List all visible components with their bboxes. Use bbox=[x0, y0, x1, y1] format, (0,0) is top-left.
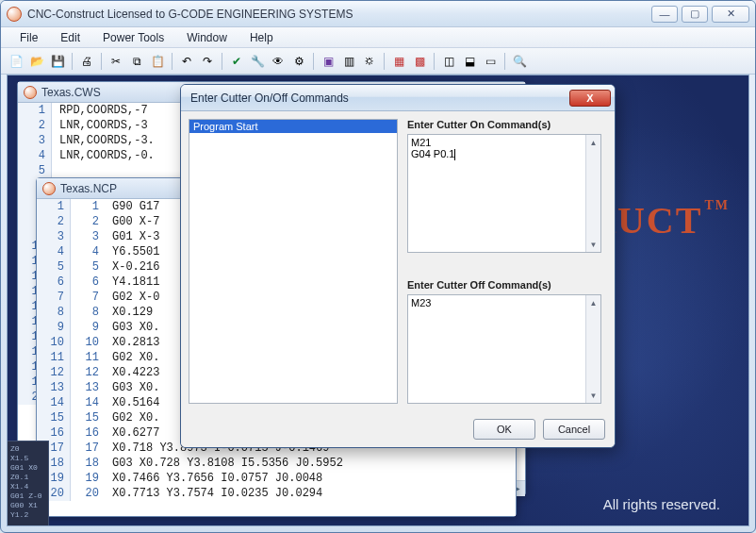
text-line: M21 bbox=[411, 137, 598, 148]
line-number-inner: 13 bbox=[71, 380, 105, 395]
gear-icon[interactable]: ⚙ bbox=[289, 52, 308, 71]
text-line: G04 P0.1 bbox=[411, 148, 598, 160]
line-number-inner: 2 bbox=[71, 214, 105, 229]
thumb-line: X1.4 bbox=[10, 482, 45, 491]
code-line[interactable]: 1818G03 X0.728 Y3.8108 I5.5356 J0.5952 bbox=[37, 456, 516, 471]
scroll-down-icon[interactable]: ▼ bbox=[586, 388, 600, 403]
code-text: X0.2813 bbox=[105, 335, 159, 350]
ok-button[interactable]: OK bbox=[473, 419, 535, 440]
code-text: X-0.216 bbox=[105, 259, 159, 275]
doc-icon bbox=[24, 86, 37, 99]
paste-icon[interactable]: 📋 bbox=[148, 52, 167, 71]
code-text: G03 X0.728 Y3.8108 I5.5356 J0.5952 bbox=[105, 456, 343, 471]
cutter-commands-dialog: Enter Cutter On/Off Commands X Program S… bbox=[180, 84, 616, 448]
box1-icon[interactable]: ▣ bbox=[319, 52, 337, 71]
line-number: 2 bbox=[37, 214, 71, 229]
check-icon[interactable]: ✔ bbox=[227, 52, 246, 71]
cutter-on-textarea[interactable]: M21 G04 P0.1 ▲ ▼ bbox=[407, 134, 601, 253]
line-number: 14 bbox=[37, 395, 71, 410]
menu-power-tools[interactable]: Power Tools bbox=[91, 29, 175, 46]
menu-help[interactable]: Help bbox=[238, 29, 285, 46]
line-number-inner: 18 bbox=[71, 456, 105, 471]
line-number-inner: 8 bbox=[71, 305, 105, 320]
code-text: LNR,COORDS,-3. bbox=[52, 133, 155, 148]
list-item-program-start[interactable]: Program Start bbox=[189, 120, 397, 133]
rights-text: All rights reserved. bbox=[603, 496, 720, 512]
line-number: 12 bbox=[37, 365, 71, 380]
tool2-icon[interactable]: ⛭ bbox=[360, 52, 379, 71]
scroll-up-icon[interactable]: ▲ bbox=[586, 135, 600, 150]
code-text: X0.7466 Y3.7656 I0.0757 J0.0048 bbox=[105, 471, 322, 486]
thumb-line: Z0.1 bbox=[10, 473, 45, 482]
line-number: 8 bbox=[37, 305, 71, 320]
titlebar: CNC-Construct Licensed to G-CODE ENGINEE… bbox=[1, 1, 755, 27]
vertical-scrollbar[interactable]: ▲ ▼ bbox=[585, 135, 600, 252]
code-text: X0.129 bbox=[105, 305, 153, 320]
vertical-scrollbar[interactable]: ▲ ▼ bbox=[585, 295, 600, 403]
cut-icon[interactable]: ✂ bbox=[107, 52, 125, 71]
layout2-icon[interactable]: ⬓ bbox=[460, 52, 479, 71]
layout1-icon[interactable]: ◫ bbox=[439, 52, 458, 71]
box2-icon[interactable]: ▥ bbox=[339, 52, 358, 71]
line-number-inner: 19 bbox=[71, 471, 105, 486]
document-title: Texas.NCP bbox=[60, 182, 117, 195]
copy-icon[interactable]: ⧉ bbox=[127, 52, 146, 71]
scroll-down-icon[interactable]: ▼ bbox=[586, 237, 600, 252]
redo-icon[interactable]: ↷ bbox=[198, 52, 217, 71]
line-number-inner: 16 bbox=[71, 425, 105, 441]
minimize-button[interactable]: — bbox=[651, 6, 678, 23]
code-text: G02 X-0 bbox=[105, 290, 159, 305]
scroll-up-icon[interactable]: ▲ bbox=[586, 295, 600, 310]
cutter-off-textarea[interactable]: M23 ▲ ▼ bbox=[407, 294, 601, 404]
maximize-button[interactable]: ▢ bbox=[682, 6, 708, 23]
code-text: X0.7713 Y3.7574 I0.0235 J0.0294 bbox=[105, 486, 322, 501]
document-title: Texas.CWS bbox=[41, 86, 101, 99]
open-icon[interactable]: 📂 bbox=[27, 52, 46, 71]
grid2-icon[interactable]: ▩ bbox=[410, 52, 429, 71]
code-text: X0.5164 bbox=[105, 395, 159, 410]
grid1-icon[interactable]: ▦ bbox=[389, 52, 408, 71]
undo-icon[interactable]: ↶ bbox=[177, 52, 196, 71]
thumb-line: G01 X0 bbox=[10, 463, 45, 473]
separator bbox=[504, 53, 505, 70]
tool-icon[interactable]: 🔧 bbox=[248, 52, 267, 71]
code-line[interactable]: 2020X0.7713 Y3.7574 I0.0235 J0.0294 bbox=[37, 486, 516, 501]
code-text: G03 X0. bbox=[105, 320, 159, 335]
menubar: File Edit Power Tools Window Help bbox=[1, 27, 755, 48]
print-icon[interactable]: 🖨 bbox=[77, 52, 96, 71]
separator bbox=[72, 53, 73, 70]
code-text: G00 X-7 bbox=[105, 214, 159, 229]
line-number: 15 bbox=[37, 410, 71, 425]
line-number-inner: 4 bbox=[71, 244, 105, 259]
cancel-button[interactable]: Cancel bbox=[543, 419, 605, 440]
layout3-icon[interactable]: ▭ bbox=[481, 52, 500, 71]
menu-file[interactable]: File bbox=[8, 29, 49, 46]
line-number-inner: 14 bbox=[71, 395, 105, 410]
dialog-title: Enter Cutter On/Off Commands bbox=[190, 92, 349, 105]
code-line[interactable]: 1919X0.7466 Y3.7656 I0.0757 J0.0048 bbox=[37, 471, 516, 486]
menu-window[interactable]: Window bbox=[175, 29, 238, 46]
new-icon[interactable]: 📄 bbox=[7, 52, 25, 71]
search-icon[interactable]: 🔍 bbox=[510, 52, 529, 71]
code-text: G01 X-3 bbox=[105, 229, 159, 244]
separator bbox=[172, 53, 173, 70]
eye-icon[interactable]: 👁 bbox=[269, 52, 288, 71]
trademark-label: TM bbox=[704, 198, 730, 212]
code-text: X0.4223 bbox=[105, 365, 159, 380]
code-text: Y4.1811 bbox=[105, 275, 159, 290]
line-number-inner: 11 bbox=[71, 350, 105, 365]
close-button[interactable]: ✕ bbox=[712, 6, 749, 23]
menu-edit[interactable]: Edit bbox=[49, 29, 91, 46]
line-number: 5 bbox=[18, 163, 52, 178]
line-number: 3 bbox=[37, 229, 71, 244]
main-window: CNC-Construct Licensed to G-CODE ENGINEE… bbox=[0, 0, 756, 533]
dialog-close-button[interactable]: X bbox=[569, 90, 611, 107]
line-number-inner: 1 bbox=[71, 199, 105, 214]
save-icon[interactable]: 💾 bbox=[48, 52, 67, 71]
line-number-inner: 9 bbox=[71, 320, 105, 335]
line-number: 2 bbox=[18, 118, 52, 133]
thumbnail-strip: Z0X1.5G01 X0Z0.1X1.4G01 Z-0G00 X1Y1.2 bbox=[8, 441, 49, 525]
line-number-inner: 10 bbox=[71, 335, 105, 350]
dialog-titlebar[interactable]: Enter Cutter On/Off Commands X bbox=[181, 85, 615, 111]
program-listbox[interactable]: Program Start bbox=[189, 119, 398, 404]
